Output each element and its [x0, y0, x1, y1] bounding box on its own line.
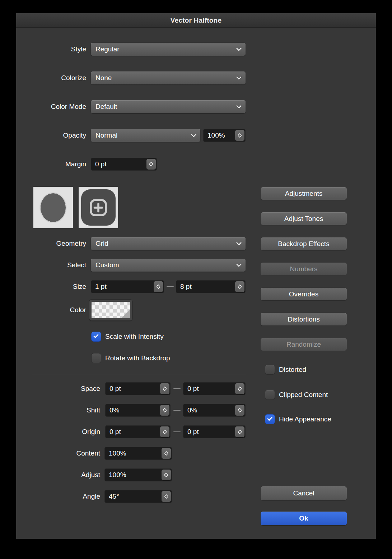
window-title: Vector Halftone — [171, 17, 221, 24]
scale-with-intensity-label: Scale with Intensity — [105, 333, 164, 341]
color-swatch[interactable] — [89, 299, 132, 321]
shape-preview-button[interactable] — [33, 187, 73, 228]
checkmark-icon — [267, 416, 272, 421]
space-y-field[interactable]: 0 pt — [183, 382, 246, 395]
color-mode-dropdown[interactable]: Default — [91, 100, 246, 113]
scale-with-intensity-row: Scale with Intensity — [91, 332, 164, 342]
clipped-content-checkbox[interactable] — [265, 390, 275, 400]
distortions-button[interactable]: Distortions — [261, 313, 347, 325]
adjustments-button[interactable]: Adjustments — [261, 187, 347, 200]
randomize-button[interactable]: Randomize — [261, 338, 347, 351]
hide-appearance-checkbox[interactable] — [265, 414, 275, 424]
rotate-with-backdrop-checkbox[interactable] — [91, 353, 101, 363]
adjust-tones-button[interactable]: Adjust Tones — [261, 212, 347, 225]
size-min-value: 1 pt — [95, 283, 107, 291]
origin-y-stepper[interactable] — [235, 426, 244, 437]
opacity-blend-dropdown[interactable]: Normal — [91, 129, 200, 142]
style-dropdown[interactable]: Regular — [91, 43, 246, 56]
style-value: Regular — [95, 45, 120, 53]
origin-y-value: 0 pt — [187, 428, 199, 436]
space-row: Space 0 pt 0 pt — [16, 382, 246, 395]
size-max-field[interactable]: 8 pt — [176, 280, 246, 293]
chevron-down-icon — [236, 74, 242, 80]
hide-appearance-row: Hide Appearance — [265, 414, 331, 424]
angle-label: Angle — [16, 493, 100, 500]
adjust-value: 100% — [109, 471, 126, 479]
opacity-stepper[interactable] — [235, 130, 244, 141]
add-shape-button[interactable] — [79, 187, 118, 228]
shift-x-field[interactable]: 0% — [105, 404, 171, 417]
space-x-stepper[interactable] — [160, 383, 169, 394]
angle-row: Angle 45° — [16, 490, 172, 503]
size-min-stepper[interactable] — [154, 281, 163, 292]
angle-field[interactable]: 45° — [104, 490, 172, 503]
origin-y-field[interactable]: 0 pt — [183, 425, 246, 438]
shift-row: Shift 0% 0% — [16, 404, 246, 417]
chevron-down-icon — [236, 45, 242, 51]
space-y-stepper[interactable] — [235, 383, 244, 394]
shift-y-field[interactable]: 0% — [183, 404, 246, 417]
rotate-with-backdrop-label: Rotate with Backdrop — [105, 354, 170, 362]
angle-stepper[interactable] — [162, 491, 171, 502]
content-stepper[interactable] — [162, 448, 171, 459]
shift-x-stepper[interactable] — [160, 405, 169, 416]
origin-x-stepper[interactable] — [160, 426, 169, 437]
space-x-field[interactable]: 0 pt — [105, 382, 171, 395]
adjust-row: Adjust 100% — [16, 468, 172, 481]
shift-label: Shift — [16, 406, 100, 414]
vector-halftone-dialog: Vector Halftone Style Regular Colorize N… — [16, 13, 376, 539]
shift-y-value: 0% — [187, 406, 197, 414]
opacity-row: Opacity Normal 100% — [16, 129, 246, 142]
shift-x-value: 0% — [109, 406, 119, 414]
space-y-value: 0 pt — [187, 385, 199, 393]
distorted-row: Distorted — [265, 365, 306, 375]
margin-row: Margin 0 pt — [16, 158, 157, 171]
style-row: Style Regular — [16, 43, 246, 56]
cancel-button[interactable]: Cancel — [261, 486, 347, 500]
margin-field[interactable]: 0 pt — [91, 158, 157, 171]
geometry-label: Geometry — [16, 240, 86, 248]
origin-label: Origin — [16, 428, 100, 436]
chevron-down-icon — [236, 103, 242, 108]
overrides-button[interactable]: Overrides — [261, 288, 347, 300]
origin-x-field[interactable]: 0 pt — [105, 425, 171, 438]
colorize-dropdown[interactable]: None — [91, 71, 246, 84]
margin-value: 0 pt — [95, 160, 107, 168]
scale-with-intensity-checkbox[interactable] — [91, 332, 101, 342]
margin-label: Margin — [16, 160, 86, 168]
select-value: Custom — [95, 261, 119, 269]
color-label: Color — [16, 306, 86, 314]
select-label: Select — [16, 261, 86, 269]
geometry-row: Geometry Grid — [16, 237, 246, 250]
content-field[interactable]: 100% — [104, 447, 172, 460]
opacity-percent-field[interactable]: 100% — [203, 129, 246, 142]
clipped-content-label: Clipped Content — [279, 391, 328, 399]
window-title-bar[interactable]: Vector Halftone — [16, 13, 376, 28]
clipped-content-row: Clipped Content — [265, 390, 328, 400]
size-max-stepper[interactable] — [235, 281, 244, 292]
select-dropdown[interactable]: Custom — [91, 259, 246, 272]
adjust-stepper[interactable] — [162, 470, 171, 480]
range-dash — [171, 410, 183, 411]
distorted-checkbox[interactable] — [265, 365, 275, 375]
chevron-down-icon — [236, 261, 242, 267]
content-value: 100% — [109, 449, 126, 457]
range-dash — [171, 431, 183, 432]
rotate-with-backdrop-row: Rotate with Backdrop — [91, 353, 170, 363]
backdrop-effects-button[interactable]: Backdrop Effects — [261, 237, 347, 250]
size-max-value: 8 pt — [180, 283, 192, 291]
opacity-percent-value: 100% — [207, 131, 225, 139]
geometry-dropdown[interactable]: Grid — [91, 237, 246, 250]
color-row: Color — [16, 304, 86, 317]
numbers-button[interactable]: Numbers — [261, 263, 347, 275]
transparency-checker — [92, 302, 130, 318]
hide-appearance-label: Hide Appearance — [279, 415, 331, 423]
chevron-down-icon — [191, 131, 197, 137]
colorize-value: None — [95, 74, 112, 82]
ok-button[interactable]: Ok — [261, 512, 347, 525]
margin-stepper[interactable] — [146, 159, 156, 170]
chevron-down-icon — [236, 240, 242, 245]
shift-y-stepper[interactable] — [235, 405, 244, 416]
adjust-field[interactable]: 100% — [104, 468, 172, 481]
size-min-field[interactable]: 1 pt — [91, 280, 164, 293]
